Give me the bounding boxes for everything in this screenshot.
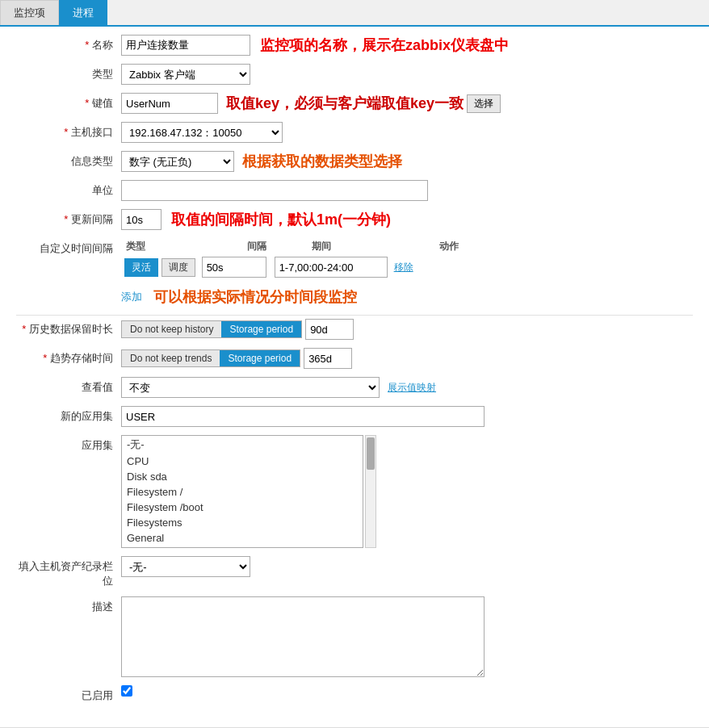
name-input[interactable] [121,35,250,56]
interval-cell [199,255,271,279]
row-new-app: 新的应用集 [16,406,693,427]
list-item[interactable]: -无- [122,436,363,454]
interface-select[interactable]: 192.168.47.132：10050 [121,122,283,143]
list-item[interactable]: Disk sda [122,469,363,484]
lookup-select[interactable]: 不变 [121,377,380,398]
label-custom-time: 自定义时间间隔 [16,238,121,256]
label-update: 更新间隔 [16,209,121,227]
row-unit: 单位 [16,180,693,201]
col-action: 动作 [391,238,464,255]
new-app-input[interactable] [121,406,485,427]
asset-select[interactable]: -无- [121,556,250,577]
row-update: 更新间隔 取值的间隔时间，默认1m(一分钟) [16,209,693,230]
row-custom-time: 自定义时间间隔 类型 间隔 期间 动作 灵活 调度 [16,238,693,307]
label-info-type: 信息类型 [16,151,121,169]
label-asset: 填入主机资产纪录栏位 [16,556,121,588]
info-type-select[interactable]: 数字 (无正负) [121,151,234,172]
history-value-input[interactable] [305,319,354,340]
history-on-btn[interactable]: Storage period [221,321,301,337]
content-update: 取值的间隔时间，默认1m(一分钟) [121,209,693,230]
unit-input[interactable] [121,180,428,201]
row-lookup: 查看值 不变 展示值映射 [16,377,693,398]
enabled-checkbox[interactable] [121,685,132,697]
action-cell: 移除 [391,255,464,279]
add-annotation: 可以根据实际情况分时间段监控 [153,287,357,307]
list-item[interactable]: Interface ens33 [122,546,363,548]
label-enabled: 已启用 [16,685,121,703]
desc-textarea[interactable] [121,596,485,677]
type-flexible-button[interactable]: 灵活 [124,258,158,277]
row-name: 名称 监控项的名称，展示在zabbix仪表盘中 [16,35,693,56]
top-tabs: 监控项 进程 [0,0,709,27]
content-asset: -无- [121,556,693,577]
update-annotation: 取值的间隔时间，默认1m(一分钟) [171,210,391,229]
list-item[interactable]: Filesystem /boot [122,500,363,515]
list-item[interactable]: Filesystem / [122,484,363,500]
scrollbar-track[interactable] [365,435,376,548]
trend-toggle-row: Do not keep trends Storage period [121,348,352,369]
form-container: 名称 监控项的名称，展示在zabbix仪表盘中 类型 Zabbix 客户端 键值… [0,27,709,727]
row-key: 键值 取值key，必须与客户端取值key一致 选择 [16,93,693,114]
type-buttons: 灵活 调度 [121,255,199,279]
trend-value-input[interactable] [304,348,352,369]
key-input[interactable] [121,93,218,114]
enable-row [121,685,132,697]
tab-monitor[interactable]: 监控项 [0,0,59,25]
add-row: 添加 可以根据实际情况分时间段监控 [121,287,357,307]
name-annotation: 监控项的名称，展示在zabbix仪表盘中 [260,36,509,55]
label-name: 名称 [16,35,121,52]
lookup-link[interactable]: 展示值映射 [388,381,436,395]
content-info-type: 数字 (无正负) 根据获取的数据类型选择 [121,151,693,172]
list-item[interactable]: General [122,530,363,546]
type-schedule-button[interactable]: 调度 [162,258,195,277]
content-trend: Do not keep trends Storage period [121,348,693,369]
label-new-app: 新的应用集 [16,406,121,424]
label-type: 类型 [16,64,121,82]
row-info-type: 信息类型 数字 (无正负) 根据获取的数据类型选择 [16,151,693,172]
content-lookup: 不变 展示值映射 [121,377,693,398]
label-lookup: 查看值 [16,377,121,395]
history-off-btn[interactable]: Do not keep history [122,321,221,337]
list-item[interactable]: Filesystems [122,515,363,530]
content-history: Do not keep history Storage period [121,319,693,340]
interval-input[interactable] [202,257,266,278]
label-trend: 趋势存储时间 [16,348,121,366]
label-history: 历史数据保留时长 [16,319,121,337]
row-enabled: 已启用 [16,685,693,703]
row-interface: 主机接口 192.168.47.132：10050 [16,122,693,143]
update-input[interactable] [121,209,162,230]
row-trend: 趋势存储时间 Do not keep trends Storage period [16,348,693,369]
content-custom-time: 类型 间隔 期间 动作 灵活 调度 [121,238,693,307]
key-select-button[interactable]: 选择 [467,94,501,113]
label-interface: 主机接口 [16,122,121,140]
key-annotation: 取值key，必须与客户端取值key一致 [226,94,464,113]
history-storage-toggle: Do not keep history Storage period [121,320,302,338]
label-unit: 单位 [16,180,121,198]
content-new-app [121,406,693,427]
list-item[interactable]: CPU [122,454,363,469]
col-type: 类型 [121,238,199,255]
trend-on-btn[interactable]: Storage period [220,350,300,366]
content-key: 取值key，必须与客户端取值key一致 选择 [121,93,693,114]
app-listbox-container: -无-CPUDisk sdaFilesystem /Filesystem /bo… [121,435,376,548]
content-unit [121,180,693,201]
content-interface: 192.168.47.132：10050 [121,122,693,143]
period-cell [271,255,391,279]
remove-button[interactable]: 移除 [394,261,413,274]
info-type-annotation: 根据获取的数据类型选择 [242,152,402,171]
content-app: -无-CPUDisk sdaFilesystem /Filesystem /bo… [121,435,693,548]
history-toggle-row: Do not keep history Storage period [121,319,354,340]
app-listbox[interactable]: -无-CPUDisk sdaFilesystem /Filesystem /bo… [121,435,363,548]
row-history: 历史数据保留时长 Do not keep history Storage per… [16,319,693,340]
row-type: 类型 Zabbix 客户端 [16,64,693,85]
add-link[interactable]: 添加 [121,290,142,304]
content-name: 监控项的名称，展示在zabbix仪表盘中 [121,35,693,56]
trend-off-btn[interactable]: Do not keep trends [122,350,220,366]
col-interval: 间隔 [199,238,271,255]
type-select[interactable]: Zabbix 客户端 [121,64,250,85]
period-input[interactable] [275,257,388,278]
tab-process[interactable]: 进程 [59,0,107,25]
row-app: 应用集 -无-CPUDisk sdaFilesystem /Filesystem… [16,435,693,548]
scrollbar-thumb [367,437,375,470]
custom-time-table: 类型 间隔 期间 动作 灵活 调度 [121,238,464,279]
